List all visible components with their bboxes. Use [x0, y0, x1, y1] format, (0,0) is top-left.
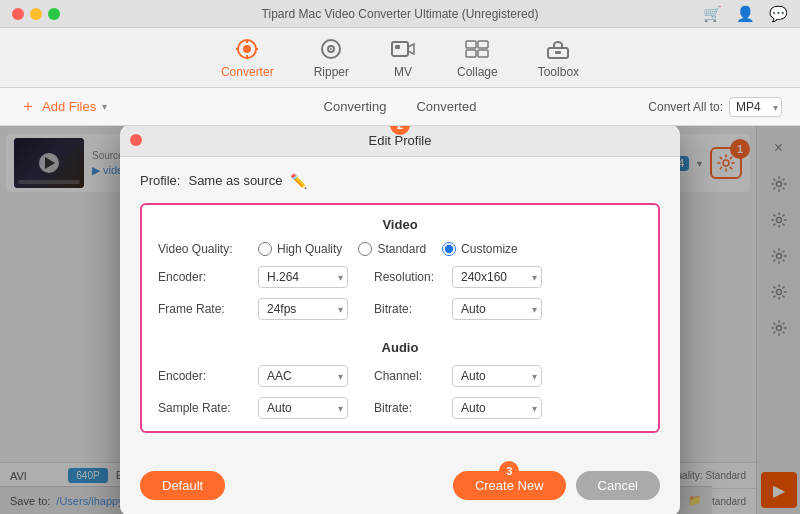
cancel-button[interactable]: Cancel — [576, 471, 660, 500]
nav-mv-label: MV — [394, 65, 412, 79]
add-files-label: Add Files — [42, 99, 96, 114]
title-bar: Tipard Mac Video Converter Ultimate (Unr… — [0, 0, 800, 28]
modal-title: Edit Profile — [369, 133, 432, 148]
nav-ripper[interactable]: Ripper — [314, 37, 349, 79]
svg-point-4 — [330, 48, 332, 50]
channel-pair: Channel: Auto — [374, 365, 542, 387]
convert-all-select[interactable]: MP4 — [729, 97, 782, 117]
profile-value: Same as source — [188, 173, 282, 188]
collage-icon — [463, 37, 491, 61]
toolbar-tabs: Converting Converted — [324, 95, 477, 118]
quality-standard-option[interactable]: Standard — [358, 242, 426, 256]
top-nav: Converter Ripper MV — [0, 28, 800, 88]
svg-rect-6 — [395, 45, 400, 49]
svg-point-1 — [243, 45, 251, 53]
channel-select-wrapper: Auto — [452, 365, 542, 387]
default-button[interactable]: Default — [140, 471, 225, 500]
settings-section-box: Video Video Quality: High Quality Standa… — [140, 203, 660, 433]
modal-footer: Default 3 Create New Cancel — [120, 461, 680, 515]
sample-rate-select[interactable]: Auto — [258, 397, 348, 419]
edit-icon[interactable]: ✏️ — [290, 173, 307, 189]
cart-icon[interactable]: 🛒 — [703, 5, 722, 23]
quality-standard-label: Standard — [377, 242, 426, 256]
modal-body: Profile: Same as source ✏️ Video Video Q… — [120, 157, 680, 461]
quality-high-radio[interactable] — [258, 242, 272, 256]
quality-customize-label: Customize — [461, 242, 518, 256]
add-files-button[interactable]: ＋ Add Files ▾ — [12, 92, 115, 121]
svg-rect-10 — [478, 50, 488, 57]
ripper-icon — [317, 37, 345, 61]
nav-toolbox[interactable]: Toolbox — [538, 37, 579, 79]
bitrate-pair: Bitrate: Auto — [374, 298, 542, 320]
mv-icon — [389, 37, 417, 61]
quality-customize-radio[interactable] — [442, 242, 456, 256]
quality-standard-radio[interactable] — [358, 242, 372, 256]
edit-profile-modal: 2 Edit Profile Profile: Same as source ✏… — [120, 126, 680, 514]
encoder-select-wrapper: H.264 — [258, 266, 348, 288]
bitrate-select[interactable]: Auto — [452, 298, 542, 320]
modal-close-button[interactable] — [130, 134, 142, 146]
chat-icon[interactable]: 💬 — [769, 5, 788, 23]
resolution-select-wrapper: 240x160 — [452, 266, 542, 288]
quality-high-label: High Quality — [277, 242, 342, 256]
add-files-dropdown-icon: ▾ — [102, 101, 107, 112]
sample-rate-label: Sample Rate: — [158, 401, 248, 415]
frame-rate-select-wrapper: 24fps — [258, 298, 348, 320]
channel-select[interactable]: Auto — [452, 365, 542, 387]
quality-customize-option[interactable]: Customize — [442, 242, 518, 256]
encoder-label: Encoder: — [158, 270, 248, 284]
resolution-select[interactable]: 240x160 — [452, 266, 542, 288]
main-content: Source 3GP2 ▶ video.3gp2 MP4 ▾ 1 — [0, 126, 800, 514]
convert-all-dropdown-wrapper: MP4 — [729, 97, 782, 117]
encoder-resolution-row: Encoder: H.264 Resolution: 240x160 — [158, 266, 642, 288]
framerate-bitrate-row: Frame Rate: 24fps Bitrate: Auto — [158, 298, 642, 320]
plus-icon: ＋ — [20, 96, 36, 117]
audio-encoder-select-wrapper: AAC — [258, 365, 348, 387]
title-bar-actions: 🛒 👤 💬 — [703, 5, 788, 23]
maximize-button[interactable] — [48, 8, 60, 20]
traffic-lights — [12, 8, 60, 20]
footer-right-buttons: 3 Create New Cancel — [453, 471, 660, 500]
audio-bitrate-select-wrapper: Auto — [452, 397, 542, 419]
encoder-select[interactable]: H.264 — [258, 266, 348, 288]
svg-rect-9 — [466, 50, 476, 57]
toolbox-icon — [544, 37, 572, 61]
quality-high-option[interactable]: High Quality — [258, 242, 342, 256]
video-quality-row: Video Quality: High Quality Standard — [158, 242, 642, 256]
profile-row: Profile: Same as source ✏️ — [140, 173, 660, 189]
nav-collage-label: Collage — [457, 65, 498, 79]
app-title: Tipard Mac Video Converter Ultimate (Unr… — [262, 7, 539, 21]
frame-rate-select[interactable]: 24fps — [258, 298, 348, 320]
video-quality-label: Video Quality: — [158, 242, 248, 256]
user-icon[interactable]: 👤 — [736, 5, 755, 23]
nav-mv[interactable]: MV — [389, 37, 417, 79]
tab-converting[interactable]: Converting — [324, 95, 387, 118]
video-section-title: Video — [158, 217, 642, 232]
resolution-label: Resolution: — [374, 270, 444, 284]
create-new-wrapper: 3 Create New — [453, 471, 566, 500]
svg-rect-12 — [555, 51, 561, 54]
frame-rate-label: Frame Rate: — [158, 302, 248, 316]
close-button[interactable] — [12, 8, 24, 20]
nav-toolbox-label: Toolbox — [538, 65, 579, 79]
nav-converter[interactable]: Converter — [221, 37, 274, 79]
bitrate-label: Bitrate: — [374, 302, 444, 316]
audio-encoder-select[interactable]: AAC — [258, 365, 348, 387]
tab-converted[interactable]: Converted — [416, 95, 476, 118]
nav-converter-label: Converter — [221, 65, 274, 79]
audio-bitrate-select[interactable]: Auto — [452, 397, 542, 419]
converter-icon — [233, 37, 261, 61]
toolbar: ＋ Add Files ▾ Converting Converted Conve… — [0, 88, 800, 126]
audio-encoder-label: Encoder: — [158, 369, 248, 383]
channel-label: Channel: — [374, 369, 444, 383]
minimize-button[interactable] — [30, 8, 42, 20]
nav-ripper-label: Ripper — [314, 65, 349, 79]
convert-all-label: Convert All to: — [648, 100, 723, 114]
audio-encoder-channel-row: Encoder: AAC Channel: Auto — [158, 365, 642, 387]
svg-rect-7 — [466, 41, 476, 48]
convert-all-section: Convert All to: MP4 — [648, 97, 788, 117]
sample-rate-select-wrapper: Auto — [258, 397, 348, 419]
profile-label: Profile: — [140, 173, 180, 188]
modal-overlay: 2 Edit Profile Profile: Same as source ✏… — [0, 126, 800, 514]
nav-collage[interactable]: Collage — [457, 37, 498, 79]
